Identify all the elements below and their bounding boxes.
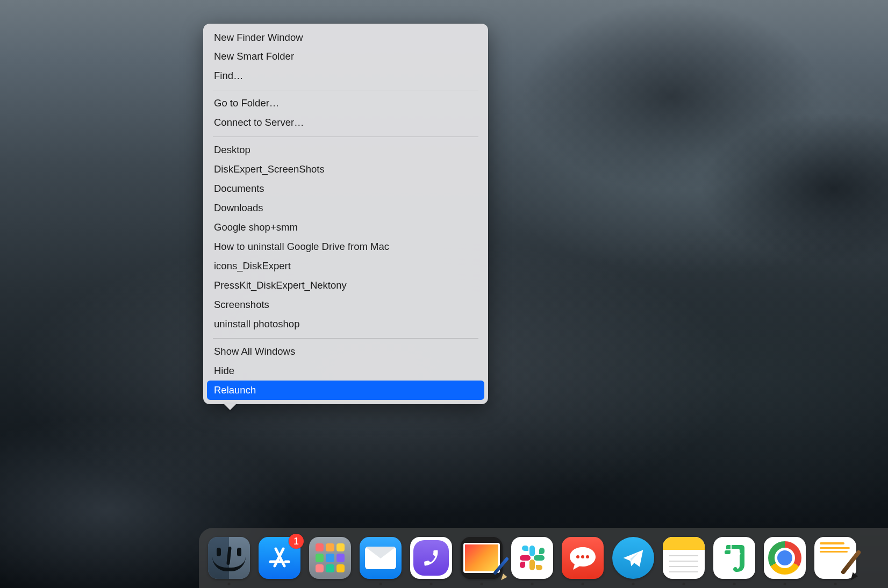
running-indicator [632,583,635,585]
svg-point-4 [576,555,579,558]
chrome-icon [764,537,806,579]
finder-context-menu: New Finder WindowNew Smart FolderFind…Go… [203,24,488,404]
running-indicator [430,583,433,585]
menu-separator [213,90,478,90]
dock-item-telegram[interactable] [611,537,656,579]
dock-item-finder[interactable] [206,537,252,579]
dock-item-mail[interactable] [358,537,403,579]
pixelmator-icon [461,537,503,579]
menu-item-documents[interactable]: Documents [203,180,488,199]
dock-item-pages[interactable] [813,537,858,579]
running-indicator [228,583,231,585]
menu-item-google-shop-smm[interactable]: Google shop+smm [203,218,488,238]
dock-item-app-store[interactable]: 1 [257,537,302,579]
svg-point-6 [586,555,589,558]
dock-item-viber[interactable] [409,537,454,579]
telegram-icon [612,537,654,579]
menu-item-show-all-windows[interactable]: Show All Windows [203,342,488,362]
dock-item-chrome[interactable] [762,537,807,579]
notes-icon [663,537,705,579]
launchpad-icon [309,537,351,579]
chat-icon [562,537,604,579]
dock-item-notes[interactable] [661,537,706,579]
running-indicator [834,583,837,585]
menu-item-new-finder-window[interactable]: New Finder Window [203,28,488,47]
running-indicator [481,583,483,585]
menu-separator [213,137,478,137]
running-indicator [683,583,685,585]
pages-icon [814,537,856,579]
dock: 1 [199,528,888,588]
menu-item-how-to-uninstall-google-drive-from-mac[interactable]: How to uninstall Google Drive from Mac [203,238,488,257]
finder-icon [208,537,250,579]
dock-item-slack[interactable] [510,537,555,579]
menu-item-go-to-folder[interactable]: Go to Folder… [203,94,488,113]
menu-item-find[interactable]: Find… [203,67,488,86]
svg-point-7 [738,553,741,555]
evernote-icon [713,537,755,579]
dock-item-pixelmator[interactable] [459,537,504,579]
slack-icon [511,537,553,579]
menu-item-relaunch[interactable]: Relaunch [207,381,484,400]
menu-item-presskit-diskexpert-nektony[interactable]: PressKit_DiskExpert_Nektony [203,276,488,296]
running-indicator [379,583,382,585]
menu-item-screenshots[interactable]: Screenshots [203,296,488,315]
menu-item-hide[interactable]: Hide [203,362,488,381]
menu-item-desktop[interactable]: Desktop [203,141,488,160]
running-indicator [784,583,786,585]
running-indicator [733,583,736,585]
dock-item-evernote[interactable] [712,537,757,579]
viber-icon [410,537,452,579]
dock-item-launchpad[interactable] [307,537,353,579]
menu-item-connect-to-server[interactable]: Connect to Server… [203,113,488,133]
appstore-icon: 1 [259,537,300,579]
dock-item-chat[interactable] [560,537,605,579]
running-indicator [531,583,534,585]
svg-point-5 [581,555,584,558]
menu-item-diskexpert-screenshots[interactable]: DiskExpert_ScreenShots [203,160,488,180]
running-indicator [582,583,584,585]
badge: 1 [289,534,304,549]
menu-separator [213,338,478,339]
menu-item-new-smart-folder[interactable]: New Smart Folder [203,47,488,67]
menu-item-icons-diskexpert[interactable]: icons_DiskExpert [203,257,488,276]
menu-item-downloads[interactable]: Downloads [203,199,488,218]
menu-item-uninstall-photoshop[interactable]: uninstall photoshop [203,315,488,334]
mail-icon [360,537,402,579]
